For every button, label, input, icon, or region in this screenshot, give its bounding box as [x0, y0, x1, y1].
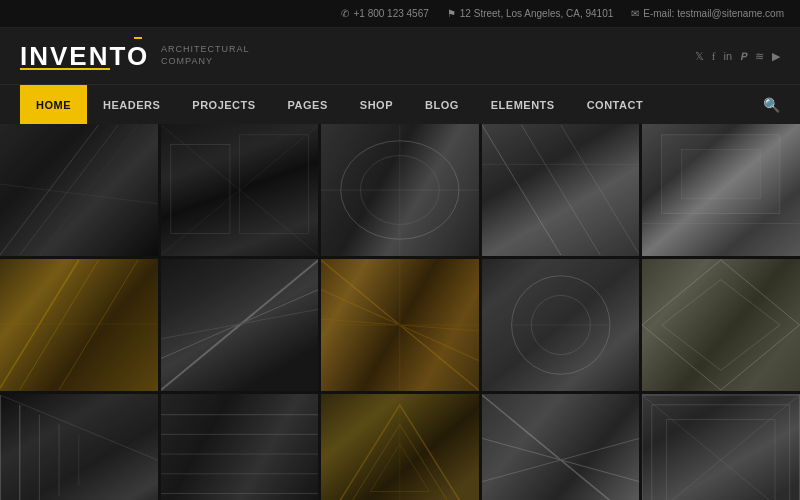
header-right: 𝕏 f in 𝙋 ≋ ▶ [695, 50, 780, 63]
grid-cell-1[interactable] [0, 124, 158, 256]
grid-cell-4[interactable] [482, 124, 640, 256]
nav-item-home[interactable]: HOME [20, 85, 87, 125]
svg-rect-4 [170, 145, 229, 234]
svg-line-58 [642, 395, 800, 500]
twitter-icon[interactable]: 𝕏 [695, 50, 704, 63]
logo-area: INVENTO Architectural Company [20, 41, 250, 72]
nav-item-headers[interactable]: HEADERS [87, 85, 176, 125]
youtube-icon[interactable]: ▶ [772, 50, 780, 63]
svg-line-57 [642, 395, 800, 500]
address-info: ⚑ 12 Street, Los Angeles, CA, 94101 [447, 8, 613, 19]
grid-cell-6[interactable] [0, 259, 158, 391]
svg-line-13 [521, 125, 600, 255]
svg-line-1 [20, 125, 118, 255]
grid-cell-13[interactable] [321, 394, 479, 500]
address-text: 12 Street, Los Angeles, CA, 94101 [460, 8, 613, 19]
grid-cell-9[interactable] [482, 259, 640, 391]
svg-marker-35 [662, 280, 780, 371]
nav-item-contact[interactable]: CONTACT [571, 85, 659, 125]
facebook-icon[interactable]: f [712, 50, 716, 62]
grid-cell-12[interactable] [161, 394, 319, 500]
phone-number: +1 800 123 4567 [353, 8, 428, 19]
grid-cell-2[interactable] [161, 124, 319, 256]
location-icon: ⚑ [447, 8, 456, 19]
nav: HOME HEADERS PROJECTS PAGES SHOP BLOG EL… [0, 84, 800, 124]
grid-cell-11[interactable] [0, 394, 158, 500]
nav-item-pages[interactable]: PAGES [272, 85, 344, 125]
email-icon: ✉ [631, 8, 639, 19]
svg-rect-54 [642, 395, 800, 500]
svg-line-23 [161, 260, 319, 390]
pinterest-icon[interactable]: 𝙋 [740, 50, 747, 63]
grid-cell-7[interactable] [161, 259, 319, 391]
nav-item-shop[interactable]: SHOP [344, 85, 409, 125]
logo[interactable]: INVENTO [20, 41, 149, 72]
rss-icon[interactable]: ≋ [755, 50, 764, 63]
logo-subtitle: Architectural Company [161, 44, 250, 67]
header-social: 𝕏 f in 𝙋 ≋ ▶ [695, 50, 780, 63]
grid-cell-3[interactable] [321, 124, 479, 256]
email-text: E-mail: testmail@sitename.com [643, 8, 784, 19]
top-bar-info: ✆ +1 800 123 4567 ⚑ 12 Street, Los Angel… [341, 8, 784, 19]
svg-rect-55 [652, 405, 790, 500]
svg-line-21 [59, 260, 138, 390]
phone-info: ✆ +1 800 123 4567 [341, 8, 428, 19]
grid-cell-10[interactable] [642, 259, 800, 391]
grid-cell-8[interactable] [321, 259, 479, 391]
email-info: ✉ E-mail: testmail@sitename.com [631, 8, 784, 19]
grid-cell-15[interactable] [642, 394, 800, 500]
svg-line-20 [20, 260, 99, 390]
nav-item-blog[interactable]: BLOG [409, 85, 475, 125]
phone-icon: ✆ [341, 8, 349, 19]
grid-cell-14[interactable] [482, 394, 640, 500]
svg-line-12 [482, 125, 561, 255]
image-grid [0, 124, 800, 500]
svg-line-2 [39, 125, 137, 255]
linkedin-icon[interactable]: in [723, 50, 732, 62]
svg-line-3 [0, 184, 158, 204]
svg-line-14 [561, 125, 640, 255]
svg-line-25 [161, 309, 319, 339]
search-icon[interactable]: 🔍 [763, 97, 780, 113]
svg-rect-17 [682, 150, 761, 199]
grid-cell-5[interactable] [642, 124, 800, 256]
top-bar: ✆ +1 800 123 4567 ⚑ 12 Street, Los Angel… [0, 0, 800, 28]
nav-items: HOME HEADERS PROJECTS PAGES SHOP BLOG EL… [20, 85, 659, 124]
nav-item-projects[interactable]: PROJECTS [176, 85, 271, 125]
header: INVENTO Architectural Company 𝕏 f in 𝙋 ≋… [0, 28, 800, 84]
nav-item-elements[interactable]: ELEMENTS [475, 85, 571, 125]
svg-line-51 [482, 395, 640, 500]
